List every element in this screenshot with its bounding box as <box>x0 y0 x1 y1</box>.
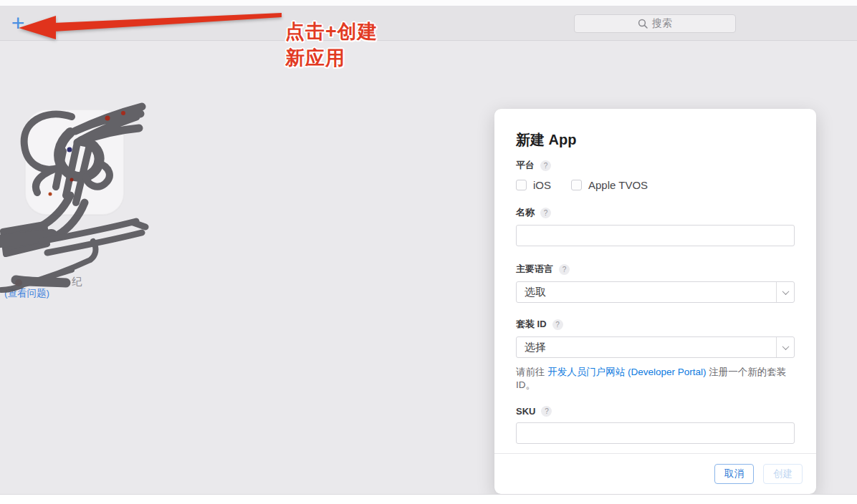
primary-language-label: 主要语言 <box>516 263 553 276</box>
field-sku: SKU ? <box>516 406 795 444</box>
help-icon[interactable]: ? <box>552 319 563 330</box>
bundle-id-select[interactable]: 选择 <box>516 336 795 358</box>
help-icon[interactable]: ? <box>541 406 552 417</box>
bundle-id-label: 套装 ID <box>516 318 547 331</box>
cancel-button[interactable]: 取消 <box>714 464 754 484</box>
bottom-strip <box>0 494 857 504</box>
ios-checkbox[interactable] <box>516 180 527 190</box>
search-icon <box>638 19 648 29</box>
create-button[interactable]: 创建 <box>763 464 803 484</box>
field-platform: 平台 ? iOS Apple TVOS <box>516 159 795 191</box>
developer-portal-link[interactable]: 开发人员门户网站 (Developer Portal) <box>547 367 706 377</box>
scribble-redaction <box>0 101 154 294</box>
tvos-checkbox[interactable] <box>571 180 582 190</box>
field-primary-language: 主要语言 ? 选取 <box>516 263 795 303</box>
annotation-line-2: 新应用 <box>285 45 378 72</box>
content-area: 纪 (查看问题) <box>0 41 857 494</box>
top-strip <box>0 0 857 6</box>
ios-label: iOS <box>533 179 551 191</box>
dialog-title: 新建 App <box>516 109 795 150</box>
platform-label: 平台 <box>516 159 535 172</box>
helper-prefix: 请前往 <box>516 367 547 377</box>
new-app-dialog: 新建 App 平台 ? iOS Apple TVOS <box>494 109 816 494</box>
help-icon[interactable]: ? <box>540 160 551 171</box>
chevron-down-icon <box>782 343 789 350</box>
annotation-text: 点击+创建 新应用 <box>285 19 378 72</box>
search-placeholder: 搜索 <box>652 17 672 30</box>
primary-language-select[interactable]: 选取 <box>516 281 795 303</box>
help-icon[interactable]: ? <box>540 208 551 218</box>
field-name: 名称 ? <box>516 206 795 246</box>
dialog-footer: 取消 创建 <box>494 453 816 494</box>
name-label: 名称 <box>516 206 535 219</box>
annotation-line-1: 点击+创建 <box>285 19 378 45</box>
name-input[interactable] <box>516 225 795 246</box>
ios-checkbox-option[interactable]: iOS <box>516 179 551 191</box>
primary-language-value: 选取 <box>517 286 546 299</box>
bundle-id-helper: 请前往 开发人员门户网站 (Developer Portal) 注册一个新的套装… <box>516 366 795 392</box>
annotation-arrow <box>14 10 283 42</box>
sku-label: SKU <box>516 406 535 417</box>
tvos-label: Apple TVOS <box>588 179 648 191</box>
help-icon[interactable]: ? <box>559 264 570 275</box>
bundle-id-value: 选择 <box>517 341 546 354</box>
chevron-down-icon <box>782 288 789 295</box>
tvos-checkbox-option[interactable]: Apple TVOS <box>571 179 648 191</box>
field-bundle-id: 套装 ID ? 选择 请前往 开发人员门户网站 (Developer Porta… <box>516 318 795 392</box>
sku-input[interactable] <box>516 422 795 444</box>
app-store-connect-screen: + 搜索 纪 (查看问题) <box>0 0 857 504</box>
search-input[interactable]: 搜索 <box>574 14 736 33</box>
